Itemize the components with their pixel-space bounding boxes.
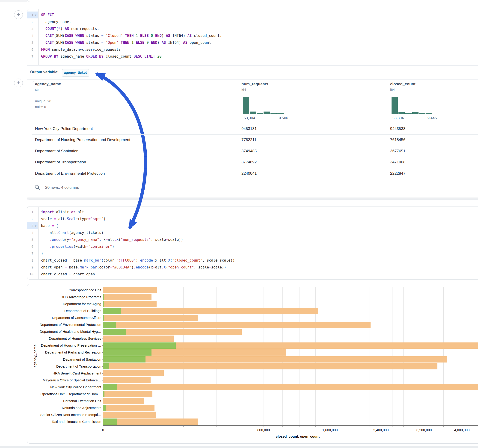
- code-token: .: [114, 238, 116, 242]
- table-cell[interactable]: 7782211: [241, 134, 256, 145]
- open-count-bar: [103, 315, 104, 321]
- fold-chevron-icon[interactable]: ∨: [35, 12, 37, 19]
- open-count-bar: [103, 356, 145, 362]
- gridline: [462, 287, 462, 425]
- add-cell-button-output[interactable]: +: [14, 79, 23, 87]
- code-token: agency_name,: [41, 20, 71, 24]
- gridline: [434, 287, 434, 425]
- output-variable-pill[interactable]: agency_tickets: [62, 69, 89, 77]
- code-token: =: [54, 217, 56, 221]
- table-cell[interactable]: 3677651: [390, 146, 405, 157]
- table-cell[interactable]: 3471908: [390, 157, 405, 168]
- code-token: CAST: [45, 41, 54, 45]
- gridline: [392, 287, 392, 425]
- table-cell[interactable]: Department of Transportation: [35, 157, 86, 168]
- closed-count-bar: [103, 294, 151, 300]
- table-cell[interactable]: Department of Housing Preservation and D…: [35, 134, 130, 145]
- open-count-bar: [103, 418, 117, 425]
- code-token: AS: [162, 41, 166, 45]
- column-header-closed_count[interactable]: closed_count: [390, 82, 415, 87]
- code-token: alt: [159, 258, 166, 262]
- add-cell-button-top[interactable]: +: [14, 10, 23, 19]
- histogram-bar: [270, 113, 277, 114]
- code-line[interactable]: CAST(SUM(CASE WHEN status = 'Open' THEN …: [41, 39, 211, 46]
- closed-count-bar: [103, 391, 152, 397]
- code-token: chart_open: [71, 272, 95, 276]
- code-line[interactable]: chart_closed + chart_open: [41, 271, 95, 278]
- category-label: Department of Buildings: [34, 309, 101, 313]
- code-line[interactable]: CAST(SUM(CASE WHEN status = 'Closed' THE…: [41, 32, 222, 39]
- table-cell[interactable]: New York City Police Department: [35, 123, 93, 134]
- code-token: mark_bar: [84, 258, 101, 262]
- code-token: ): [112, 244, 114, 249]
- code-token: ELSE: [136, 41, 144, 45]
- code-token: END: [155, 34, 162, 38]
- histogram-bar: [264, 112, 270, 114]
- code-line[interactable]: .encode(y="agency_name", x=alt.X("num_re…: [41, 236, 183, 243]
- code-line[interactable]: agency_name,: [41, 19, 71, 25]
- open-count-bar: [103, 294, 104, 300]
- code-token: =: [166, 238, 168, 242]
- line-number: 2: [24, 19, 33, 25]
- code-line[interactable]: FROM sample_data.nyc.service_requests: [41, 46, 121, 53]
- closed-count-bar: [103, 412, 156, 418]
- code-token: base: [41, 224, 52, 228]
- code-token: , scale: [202, 258, 217, 262]
- category-label: Department of Health and Mental Hyg…: [34, 330, 101, 333]
- table-cell[interactable]: 7618456: [390, 134, 405, 145]
- column-header-num_requests[interactable]: num_requests: [241, 82, 268, 87]
- code-line[interactable]: scale = alt.Scale(type="sqrt"): [41, 216, 106, 222]
- code-token: alt: [155, 265, 162, 269]
- code-token: ): [104, 217, 106, 221]
- code-token: =: [86, 244, 88, 249]
- code-token: [104, 34, 106, 38]
- x-tick-label: 800,000: [257, 428, 270, 432]
- code-token: =: [153, 265, 155, 269]
- code-line[interactable]: base = (: [41, 222, 58, 229]
- sql-gutter-border: [38, 9, 38, 65]
- fold-chevron-icon[interactable]: ∨: [35, 222, 37, 229]
- table-cell[interactable]: 9443533: [390, 123, 405, 134]
- code-token: ): [41, 251, 43, 255]
- closed-count-bar: [103, 363, 437, 369]
- table-cell[interactable]: 9453131: [241, 123, 257, 134]
- code-token: .: [162, 265, 164, 269]
- code-line[interactable]: COUNT(*) AS num_requests,: [41, 25, 99, 32]
- table-cell[interactable]: 2240041: [241, 168, 257, 179]
- code-token: .: [133, 265, 136, 269]
- code-line[interactable]: chart_closed = base.mark_bar(color="#FFC…: [41, 257, 235, 264]
- code-token: properties: [52, 244, 73, 249]
- code-line[interactable]: import altair as alt: [41, 209, 84, 216]
- code-token: INT64): [166, 41, 183, 45]
- column-header-agency_name[interactable]: agency_name: [35, 82, 61, 87]
- code-line[interactable]: ): [41, 250, 43, 257]
- code-token: , scale: [151, 238, 166, 242]
- line-number: 10: [24, 271, 33, 278]
- code-token: [138, 34, 140, 38]
- code-token: alt: [75, 210, 84, 214]
- code-token: 'Open': [106, 41, 119, 45]
- table-cell[interactable]: Department of Environmental Protection: [35, 168, 105, 179]
- code-line[interactable]: GROUP BY agency_name ORDER BY closed_cou…: [41, 53, 162, 60]
- search-icon[interactable]: [34, 184, 40, 190]
- code-line[interactable]: alt.Chart(agency_tickets): [41, 229, 104, 236]
- code-line[interactable]: chart_open = base.mark_bar(color="#8BC34…: [41, 264, 226, 271]
- code-token: =: [114, 258, 116, 262]
- category-label: Operations Unit - Department of Hom…: [34, 392, 101, 396]
- code-token: =: [106, 238, 108, 242]
- table-cell[interactable]: 3774892: [241, 157, 257, 168]
- closed-count-bar: [103, 405, 155, 411]
- code-token: "#8BC34A": [112, 265, 132, 269]
- table-cell[interactable]: 3749485: [241, 146, 257, 157]
- code-token: closed_count: [104, 54, 134, 59]
- code-token: 0: [151, 34, 153, 38]
- code-token: ELSE: [140, 34, 149, 38]
- histogram-bar: [412, 112, 419, 114]
- code-token: *: [58, 27, 60, 31]
- table-cell[interactable]: 2222847: [390, 168, 405, 179]
- code-token: open_count: [188, 41, 211, 45]
- code-line[interactable]: .properties(width="container"): [41, 243, 114, 250]
- code-token: "closed_count": [172, 258, 202, 262]
- code-line[interactable]: SELECT: [41, 12, 54, 19]
- table-cell[interactable]: Department of Sanitation: [35, 146, 78, 157]
